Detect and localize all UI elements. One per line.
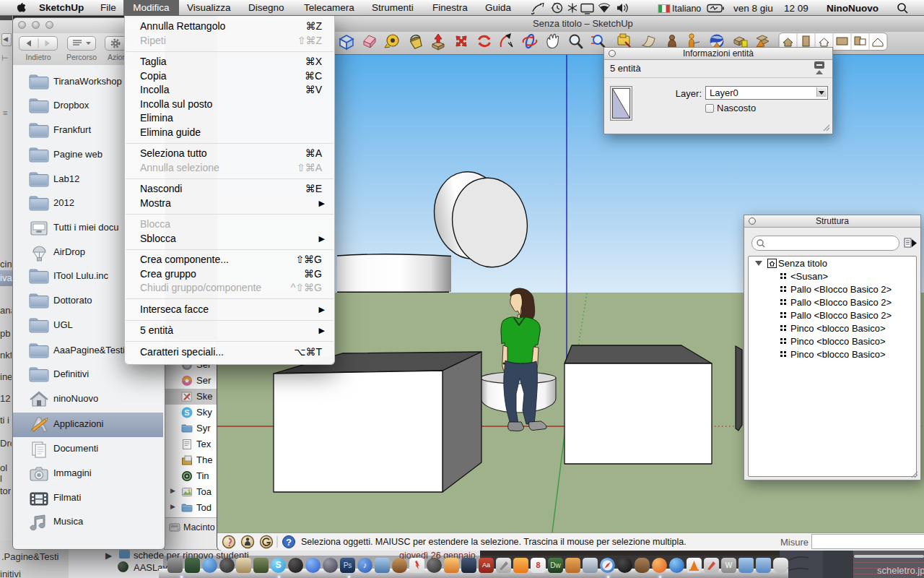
svg-text:12 09: 12 09 xyxy=(784,3,808,14)
svg-text:?: ? xyxy=(286,537,292,548)
svg-text:ven 8 giu: ven 8 giu xyxy=(733,3,773,14)
svg-text:NinoNuovo: NinoNuovo xyxy=(827,3,879,14)
svg-text:Italiano: Italiano xyxy=(672,4,701,14)
svg-text:S: S xyxy=(184,408,189,417)
